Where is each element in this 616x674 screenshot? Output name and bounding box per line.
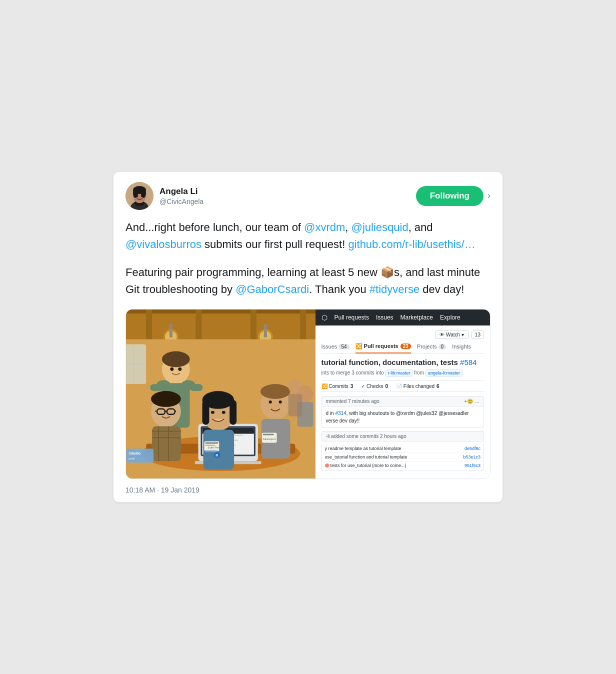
chevron-down-icon[interactable]: › <box>488 190 490 201</box>
gh-commits-list: y readme template as tutorial template d… <box>322 444 484 471</box>
gh-watch-btn[interactable]: 👁 Watch ▾ <box>435 330 468 339</box>
gh-commits-section: -li added some commits 2 hours ago <box>322 431 484 442</box>
gh-head-branch: angela-li:master <box>426 370 462 376</box>
gh-comment-block: mmented 7 minutes ago +😊 … d in #314, wi… <box>322 396 484 428</box>
svg-point-82 <box>288 379 302 394</box>
gh-commit-3: tests for use_tutorial (more to come...)… <box>325 462 480 470</box>
gh-nav-pull-requests: Pull requests <box>334 314 369 321</box>
gh-tab-pull-requests[interactable]: 🔀 Pull requests 23 <box>356 343 411 354</box>
tweet-paragraph-1: And...right before lunch, our team of @x… <box>126 219 490 253</box>
gh-base-branch: r-lib:master <box>385 370 412 376</box>
gh-commit-3-hash[interactable]: 951f6c3 <box>464 463 480 468</box>
svg-point-9 <box>141 195 143 197</box>
gh-commit-3-msg: tests for use_tutorial (more to come...) <box>325 463 406 468</box>
svg-rect-78 <box>263 434 274 436</box>
tweet-image-container: Julie Pim R Juliesquid <box>126 309 490 479</box>
tweet-middle-2: . Thank you <box>309 283 370 296</box>
gh-pr-meta: ints to merge 3 commits into r-lib:maste… <box>322 370 484 376</box>
svg-text:R: R <box>216 454 218 457</box>
svg-point-63 <box>222 411 226 414</box>
gh-nav-explore: Explore <box>440 314 460 321</box>
user-handle: @CivicAngela <box>160 198 416 206</box>
svg-text:conf: conf <box>128 457 134 460</box>
svg-text:rstudio: rstudio <box>128 452 140 455</box>
mention-juliesquid[interactable]: @juliesquid <box>352 221 408 234</box>
gh-nav-marketplace: Marketplace <box>400 314 433 321</box>
svg-text:Juliesquid: Juliesquid <box>262 438 276 441</box>
gh-checks-count: ✓ Checks 0 <box>361 384 388 389</box>
tweet-timestamp: 10:18 AM · 19 Jan 2019 <box>126 486 490 494</box>
svg-point-45 <box>178 368 182 371</box>
gh-nav-issues: Issues <box>376 314 394 321</box>
gh-commits-count: 🔀 Commits 3 <box>322 384 354 389</box>
photo-left: Julie Pim R Juliesquid <box>126 310 316 478</box>
gh-pr-title: tutorial function, documentation, tests … <box>322 358 484 368</box>
header-actions: Following › <box>416 186 490 206</box>
svg-rect-87 <box>126 449 154 463</box>
following-button[interactable]: Following <box>416 186 484 206</box>
svg-rect-16 <box>300 310 306 340</box>
gh-commit-1-msg: y readme template as tutorial template <box>325 446 402 451</box>
gh-header: ⬡ Pull requests Issues Marketplace Explo… <box>316 310 490 326</box>
gh-tab-projects[interactable]: Projects 0 <box>417 344 446 350</box>
svg-point-43 <box>182 380 196 390</box>
avatar <box>126 182 154 210</box>
gh-comment-body: d in #314, with big shoutouts to @xvrdm … <box>322 406 484 428</box>
mention-gaborcsardi[interactable]: @GaborCsardi <box>236 283 309 296</box>
gh-repo-tabs: Issues 54 🔀 Pull requests 23 Projects 0 … <box>322 343 484 354</box>
svg-rect-69 <box>204 450 218 452</box>
mention-vivalosburros[interactable]: @vivalosburros <box>126 238 202 250</box>
svg-rect-14 <box>196 310 202 340</box>
hashtag-tidyverse[interactable]: #tidyverse <box>370 283 420 296</box>
gh-commit-1-hash[interactable]: de5df8c <box>464 446 480 451</box>
tweet-header: Angela Li @CivicAngela Following › <box>126 182 490 210</box>
gh-watch-count: 13 <box>472 330 484 339</box>
gh-checks-row: 🔀 Commits 3 ✓ Checks 0 📄 Files changed 6 <box>322 380 484 392</box>
gh-comment-line1: d in #314, with big shoutouts to @xvrdm … <box>326 410 480 417</box>
svg-point-8 <box>136 195 138 197</box>
tweet-connector-1: , <box>345 221 351 234</box>
svg-line-52 <box>175 411 176 412</box>
svg-rect-60 <box>202 400 209 425</box>
github-screenshot: ⬡ Pull requests Issues Marketplace Explo… <box>316 310 490 478</box>
svg-rect-21 <box>264 324 267 338</box>
gh-tab-issues[interactable]: Issues 54 <box>322 344 350 350</box>
tweet-link[interactable]: github.com/r-lib/usethis/… <box>348 238 475 250</box>
gh-comment-header: mmented 7 minutes ago +😊 … <box>322 396 484 406</box>
gh-logo-icon: ⬡ <box>322 314 328 322</box>
svg-rect-18 <box>170 324 172 338</box>
svg-rect-12 <box>126 310 316 314</box>
gh-commit-2-msg: use_tutorial function and tutorial templ… <box>325 454 408 460</box>
gh-comment-line2: verse dev day!! <box>326 417 480 424</box>
gh-commit-2-hash[interactable]: b53e1c3 <box>463 454 480 460</box>
gh-comment-actions: +😊 … <box>464 398 480 404</box>
gh-commit-1: y readme template as tutorial template d… <box>325 444 480 453</box>
svg-point-42 <box>156 380 170 390</box>
svg-rect-66 <box>205 442 218 444</box>
svg-rect-13 <box>146 310 152 340</box>
gh-files-count: 📄 Files changed 6 <box>396 384 440 389</box>
tweet-suffix-2: dev day! <box>420 283 464 296</box>
gh-tab-insights[interactable]: Insights <box>452 344 471 350</box>
tweet-connector-2: , and <box>408 221 433 234</box>
gh-body: 👁 Watch ▾ 13 Issues 54 🔀 Pull requests 2… <box>316 326 490 478</box>
svg-rect-83 <box>288 394 302 416</box>
user-name: Angela Li <box>160 186 416 197</box>
svg-text:Julie Pim: Julie Pim <box>208 446 220 450</box>
gh-pr-number: #584 <box>460 358 476 366</box>
svg-point-74 <box>269 400 272 404</box>
svg-rect-61 <box>230 400 236 425</box>
svg-point-44 <box>170 368 174 371</box>
user-info: Angela Li @CivicAngela <box>160 186 416 206</box>
tweet-suffix-1: submits our first pull request! <box>202 238 348 250</box>
svg-point-62 <box>211 411 214 414</box>
svg-point-73 <box>260 384 290 399</box>
tweet-card: Angela Li @CivicAngela Following › And..… <box>113 172 503 502</box>
svg-line-51 <box>155 411 156 412</box>
gh-issue-link[interactable]: #314 <box>335 410 346 416</box>
svg-rect-67 <box>205 445 215 446</box>
mention-xvrdm[interactable]: @xvrdm <box>304 221 345 234</box>
tweet-paragraph-2: Featuring pair programming, learning at … <box>126 264 490 298</box>
svg-rect-15 <box>250 310 256 340</box>
gh-commit-2: use_tutorial function and tutorial templ… <box>325 453 480 462</box>
